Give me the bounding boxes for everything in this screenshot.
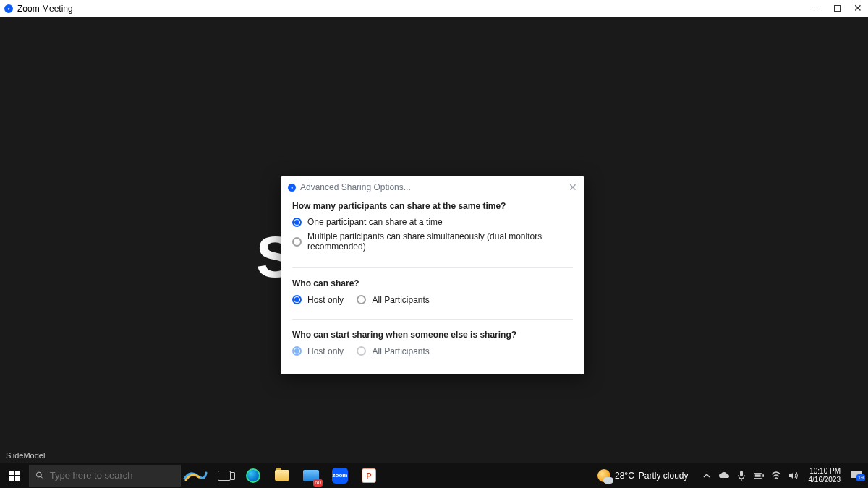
- q1-label: How many participants can share at the s…: [292, 201, 573, 211]
- svg-point-0: [36, 472, 41, 477]
- q3-option-host-only[interactable]: Host only: [292, 346, 344, 356]
- q1-section: How many participants can share at the s…: [281, 198, 584, 263]
- dialog-close-button[interactable]: ✕: [569, 183, 577, 192]
- q3-opt-a-label: Host only: [307, 346, 344, 356]
- q3-option-all-participants[interactable]: All Participants: [357, 346, 429, 356]
- folder-icon: [275, 470, 289, 481]
- q2-opt-b-label: All Participants: [372, 295, 429, 305]
- tray-wifi-icon[interactable]: [771, 471, 781, 481]
- action-center-button[interactable]: 19: [845, 471, 868, 481]
- windows-logo-icon: [9, 471, 20, 481]
- window-title: Zoom Meeting: [17, 4, 73, 14]
- radio-icon: [357, 346, 366, 356]
- powerpoint-icon: P: [362, 468, 376, 483]
- minimize-button[interactable]: [814, 4, 821, 14]
- taskbar-clock[interactable]: 10:10 PM 4/16/2023: [804, 467, 846, 484]
- zoom-icon: zoom: [332, 468, 348, 484]
- dialog-header: ● Advanced Sharing Options... ✕: [281, 176, 584, 198]
- search-input[interactable]: [50, 470, 174, 481]
- taskbar-app-mail[interactable]: 60: [297, 463, 326, 488]
- tray-onedrive-icon[interactable]: [719, 471, 729, 481]
- q2-label: Who can share?: [292, 278, 573, 288]
- q2-opt-a-label: Host only: [307, 295, 344, 305]
- advanced-sharing-dialog: ● Advanced Sharing Options... ✕ How many…: [281, 176, 584, 374]
- tray-microphone-icon[interactable]: [736, 471, 746, 481]
- tray-chevron-up-icon[interactable]: [702, 471, 712, 481]
- q1-option-one-participant[interactable]: One participant can share at a time: [292, 217, 573, 227]
- svg-line-1: [41, 476, 42, 478]
- notification-count: 19: [856, 474, 865, 481]
- mail-badge: 60: [313, 479, 323, 487]
- radio-icon: [292, 295, 302, 304]
- svg-rect-2: [740, 471, 743, 476]
- taskbar-weather[interactable]: 28°C Partly cloudy: [590, 469, 696, 482]
- tray-volume-icon[interactable]: [788, 471, 799, 481]
- weather-temp: 28°C: [615, 471, 634, 481]
- q3-opt-b-label: All Participants: [372, 346, 429, 356]
- clock-date: 4/16/2023: [809, 476, 841, 484]
- tray-battery-icon[interactable]: [754, 471, 764, 481]
- window-title-bar: ● Zoom Meeting ✕: [0, 0, 868, 17]
- weather-icon: [597, 469, 610, 482]
- task-view-icon: [218, 471, 231, 481]
- q2-option-host-only[interactable]: Host only: [292, 295, 344, 305]
- weather-condition: Partly cloudy: [639, 471, 689, 481]
- q2-section: Who can share? Host only All Participant…: [281, 275, 584, 314]
- radio-icon: [292, 237, 302, 247]
- divider: [292, 267, 573, 268]
- cortana-button[interactable]: [181, 463, 210, 488]
- system-tray: [696, 471, 804, 481]
- watermark-text: SlideModel: [6, 451, 45, 460]
- cortana-icon: [183, 468, 208, 484]
- taskbar-app-powerpoint[interactable]: P: [354, 463, 383, 488]
- q3-section: Who can start sharing when someone else …: [281, 327, 584, 366]
- radio-icon: [357, 295, 366, 304]
- task-view-button[interactable]: [210, 463, 239, 488]
- q1-opt-a-label: One participant can share at a time: [307, 217, 443, 227]
- start-button[interactable]: [0, 463, 29, 488]
- clock-time: 10:10 PM: [809, 467, 841, 476]
- taskbar-app-file-explorer[interactable]: [268, 463, 297, 488]
- q3-label: Who can start sharing when someone else …: [292, 330, 573, 340]
- q1-opt-b-label: Multiple participants can share simultan…: [307, 231, 573, 252]
- svg-rect-5: [762, 474, 764, 477]
- taskbar-search[interactable]: [29, 465, 181, 487]
- close-button[interactable]: ✕: [854, 4, 862, 14]
- maximize-button[interactable]: [834, 4, 841, 14]
- taskbar-app-edge[interactable]: [239, 463, 268, 488]
- svg-rect-4: [754, 474, 760, 477]
- windows-taskbar: 60 zoom P 28°C Partly cloudy 10:10 P: [0, 463, 868, 488]
- meeting-video-area: S SlideModel ● Advanced Sharing Options.…: [0, 17, 868, 463]
- q1-option-multiple-participants[interactable]: Multiple participants can share simultan…: [292, 231, 573, 252]
- search-icon: [35, 471, 44, 480]
- zoom-app-icon: ●: [288, 184, 296, 192]
- radio-icon: [292, 346, 302, 356]
- zoom-app-icon: ●: [4, 4, 13, 13]
- q2-option-all-participants[interactable]: All Participants: [357, 295, 429, 305]
- taskbar-app-zoom[interactable]: zoom: [326, 463, 354, 488]
- radio-icon: [292, 218, 302, 227]
- edge-icon: [246, 468, 260, 483]
- dialog-title: Advanced Sharing Options...: [300, 182, 411, 192]
- divider: [292, 319, 573, 320]
